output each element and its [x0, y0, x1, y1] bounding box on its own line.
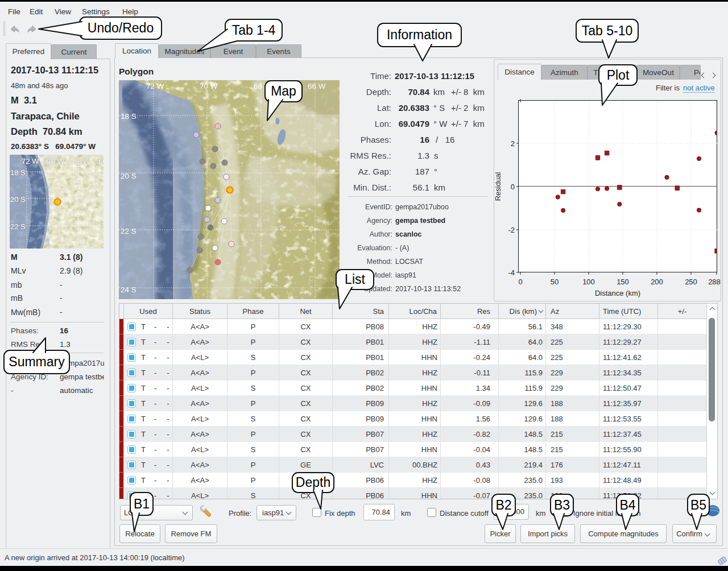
- svg-text:66 W: 66 W: [308, 82, 326, 90]
- svg-text:100: 100: [582, 278, 595, 286]
- svg-text:200: 200: [651, 278, 663, 286]
- svg-text:18 S: 18 S: [10, 168, 26, 177]
- svg-text:Residual: Residual: [494, 172, 502, 201]
- svg-text:250: 250: [685, 278, 697, 286]
- svg-text:24 S: 24 S: [121, 286, 136, 294]
- svg-text:288: 288: [708, 278, 721, 286]
- svg-text:0: 0: [511, 183, 515, 191]
- svg-text:70 W: 70 W: [200, 82, 218, 90]
- svg-text:-2: -2: [508, 226, 515, 234]
- svg-text:20 S: 20 S: [10, 195, 26, 204]
- svg-text:70 W: 70 W: [47, 157, 65, 165]
- svg-text:66: 66: [98, 157, 104, 165]
- svg-text:20 S: 20 S: [121, 172, 136, 180]
- svg-text:72 W: 72 W: [22, 157, 39, 165]
- svg-text:-4: -4: [508, 268, 515, 277]
- svg-text:22 S: 22 S: [10, 222, 26, 231]
- svg-text:72 W: 72 W: [146, 82, 164, 90]
- svg-text:68 W: 68 W: [73, 157, 90, 165]
- svg-text:50: 50: [551, 278, 559, 286]
- svg-text:22 S: 22 S: [121, 227, 136, 235]
- svg-text:Distance (km): Distance (km): [595, 289, 640, 297]
- svg-text:18 S: 18 S: [121, 112, 136, 121]
- svg-text:0: 0: [518, 278, 522, 286]
- svg-text:2: 2: [511, 139, 515, 148]
- svg-text:150: 150: [617, 278, 629, 286]
